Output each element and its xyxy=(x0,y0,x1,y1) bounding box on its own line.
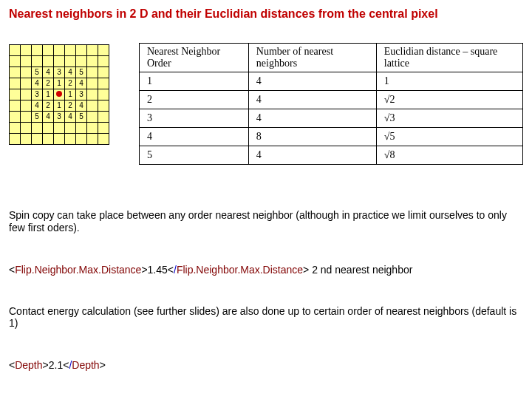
pixel-cell xyxy=(21,123,32,134)
xml-tag-name-close: Flip.Neighbor.Max.Distance xyxy=(177,264,303,276)
pixel-cell: 3 xyxy=(54,112,65,123)
pixel-cell xyxy=(54,45,65,56)
table-row: 24√2 xyxy=(140,91,523,109)
pixel-cell xyxy=(10,100,21,112)
pixel-cell xyxy=(76,134,87,145)
pixel-cell xyxy=(21,45,32,56)
pixel-cell: 3 xyxy=(54,67,65,78)
pixel-cell xyxy=(87,45,98,56)
center-pixel-dot xyxy=(56,91,62,97)
neighbor-info-table: Nearest Neighbor Order Number of nearest… xyxy=(139,43,523,165)
pixel-cell xyxy=(54,123,65,134)
pixel-cell xyxy=(10,134,21,145)
table-row: 34√3 xyxy=(140,109,523,128)
cell-order: 2 xyxy=(140,91,249,109)
pixel-cell xyxy=(10,78,21,89)
pixel-cell xyxy=(43,56,54,67)
pixel-cell xyxy=(21,67,32,78)
pixel-cell: 1 xyxy=(54,78,65,89)
pixel-grid: 543454212431134212454345 xyxy=(9,43,109,145)
cell-order: 3 xyxy=(140,109,249,128)
pixel-cell: 4 xyxy=(32,100,43,112)
pixel-cell xyxy=(87,89,98,100)
pixel-cell xyxy=(10,45,21,56)
pixel-cell xyxy=(21,78,32,89)
page-title: Nearest neighbors in 2 D and their Eucli… xyxy=(9,7,523,21)
pixel-cell xyxy=(65,123,76,134)
pixel-cell xyxy=(10,112,21,123)
pixel-cell xyxy=(10,67,21,78)
pixel-cell xyxy=(43,123,54,134)
pixel-cell xyxy=(98,100,109,112)
pixel-cell xyxy=(21,100,32,112)
pixel-cell: 5 xyxy=(76,112,87,123)
pixel-cell xyxy=(65,45,76,56)
pixel-cell: 2 xyxy=(43,78,54,89)
xml-value: 1.45 xyxy=(148,264,168,276)
pixel-cell xyxy=(54,56,65,67)
pixel-cell xyxy=(21,112,32,123)
pixel-cell xyxy=(76,56,87,67)
pixel-cell: 4 xyxy=(65,67,76,78)
xml-tag-name: Depth xyxy=(15,359,42,371)
pixel-cell xyxy=(65,56,76,67)
cell-distance: √8 xyxy=(376,146,522,165)
pixel-cell xyxy=(43,45,54,56)
pixel-cell: 2 xyxy=(65,100,76,112)
pixel-cell xyxy=(98,67,109,78)
table-row: 141 xyxy=(140,72,523,91)
pixel-cell xyxy=(10,89,21,100)
pixel-cell: 4 xyxy=(43,67,54,78)
cell-distance: √3 xyxy=(376,109,522,128)
cell-order: 1 xyxy=(140,72,249,91)
pixel-cell xyxy=(54,89,65,100)
cell-distance: 1 xyxy=(376,72,522,91)
pixel-cell xyxy=(76,123,87,134)
pixel-cell xyxy=(32,56,43,67)
pixel-cell xyxy=(98,134,109,145)
pixel-cell xyxy=(21,89,32,100)
pixel-cell: 3 xyxy=(76,89,87,100)
cell-count: 4 xyxy=(248,72,376,91)
col-dist: Euclidian distance – square lattice xyxy=(376,44,522,72)
pixel-cell xyxy=(21,56,32,67)
pixel-cell xyxy=(21,134,32,145)
pixel-cell xyxy=(32,134,43,145)
pixel-cell: 4 xyxy=(43,112,54,123)
xml-value: 2.1 xyxy=(49,359,63,371)
pixel-cell xyxy=(65,134,76,145)
xml-flip-neighbor: <Flip.Neighbor.Max.Distance>1.45</Flip.N… xyxy=(9,264,523,276)
pixel-cell: 4 xyxy=(65,112,76,123)
pixel-cell: 2 xyxy=(65,78,76,89)
pixel-cell xyxy=(87,134,98,145)
pixel-cell xyxy=(10,123,21,134)
pixel-cell xyxy=(87,78,98,89)
table-row: 54√8 xyxy=(140,146,523,165)
pixel-cell: 5 xyxy=(32,112,43,123)
pixel-cell xyxy=(32,45,43,56)
cell-count: 4 xyxy=(248,91,376,109)
xml-depth: <Depth>2.1</Depth> xyxy=(9,359,523,371)
pixel-cell xyxy=(43,134,54,145)
pixel-cell: 4 xyxy=(76,100,87,112)
pixel-cell xyxy=(98,123,109,134)
cell-order: 4 xyxy=(140,128,249,146)
pixel-cell xyxy=(87,67,98,78)
pixel-cell: 4 xyxy=(32,78,43,89)
pixel-cell xyxy=(87,56,98,67)
pixel-cell: 1 xyxy=(54,100,65,112)
col-order: Nearest Neighbor Order xyxy=(140,44,249,72)
table-row: 48√5 xyxy=(140,128,523,146)
pixel-cell xyxy=(76,45,87,56)
pixel-cell xyxy=(98,56,109,67)
pixel-cell: 4 xyxy=(76,78,87,89)
pixel-cell: 5 xyxy=(32,67,43,78)
cell-distance: √2 xyxy=(376,91,522,109)
pixel-cell xyxy=(87,112,98,123)
pixel-cell: 5 xyxy=(76,67,87,78)
diagram-row: 543454212431134212454345 Nearest Neighbo… xyxy=(9,43,523,165)
cell-count: 4 xyxy=(248,109,376,128)
pixel-cell xyxy=(10,56,21,67)
pixel-cell xyxy=(98,112,109,123)
xml-suffix: 2 nd nearest neighbor xyxy=(309,264,412,276)
